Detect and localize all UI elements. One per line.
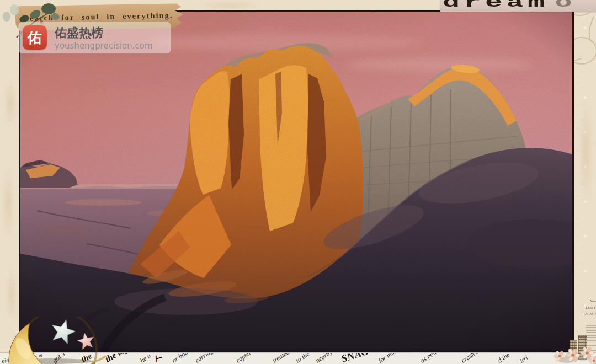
newsprint-margin-line: LESS F [586,306,596,309]
photo-scene [20,12,572,351]
newsprint-fragment: crash that [460,352,486,364]
landscape-photo [19,10,574,353]
site-url: youshengprecision.com [55,41,153,51]
vignette [20,12,572,351]
newsprint-fragment: carriageway [194,352,225,364]
newsprint-fragment: or both [171,352,190,364]
newsprint-margin-line: Now [590,299,596,303]
paper-blotch [2,165,15,243]
newsprint-fragment: for minor in [377,352,407,364]
newsprint-fragment: irri [519,355,529,364]
scrapbook-page: { "decor": { "search_strip": { "text": "… [0,0,596,364]
newsprint-fragment: nearby h [314,352,337,364]
paper-blotch [578,94,594,210]
star-icon [49,317,78,345]
newsprint-fragment: as police tri [419,352,449,364]
dream-text: dream [443,0,549,11]
newsprint-fragment: d the [496,352,510,364]
paper-blotch [193,1,265,9]
paper-blotch [3,77,18,130]
newsprint-margin-line: AGES T [585,312,596,315]
newsprint-fragment: SNAG [340,352,370,364]
newsprint-fragment: he u [139,352,152,364]
dream-strip: dreamo [440,0,596,12]
moon-icon [1,317,109,364]
dream-partial-letter: o [555,0,577,11]
newsprint-fragment: to the [295,352,311,364]
watermark: 佑 佑盛热榜 youshengprecision.com [18,22,171,53]
newsprint-fragment: treated [272,352,291,364]
newsprint-fragment: copter to [235,352,258,364]
flowers-icon [551,346,596,364]
site-name: 佑盛热榜 [55,25,103,41]
site-logo-glyph: 佑 [28,29,42,46]
newsprint-fragment: ⊢ [153,354,163,364]
site-logo: 佑 [23,25,47,50]
